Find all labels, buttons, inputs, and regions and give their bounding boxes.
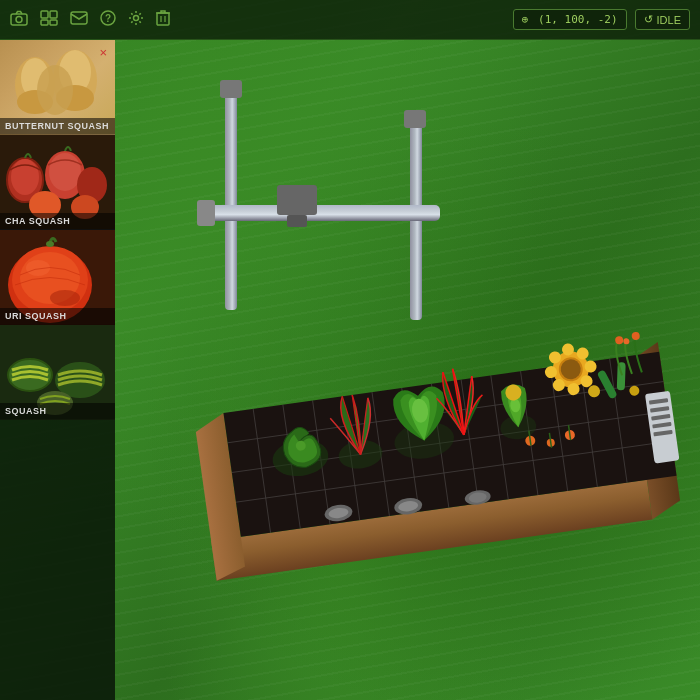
svg-rect-3 bbox=[50, 11, 57, 18]
svg-rect-4 bbox=[41, 20, 48, 25]
svg-rect-2 bbox=[41, 11, 48, 18]
svg-point-9 bbox=[134, 15, 139, 20]
sidebar-close-button[interactable]: × bbox=[99, 45, 107, 60]
svg-text:?: ? bbox=[105, 13, 111, 24]
kuri-squash-label: URI SQUASH bbox=[0, 308, 115, 324]
svg-point-23 bbox=[49, 153, 81, 191]
refresh-icon: ↺ bbox=[644, 13, 653, 26]
toolbar-left: ? bbox=[10, 10, 170, 30]
camera-icon[interactable] bbox=[10, 10, 28, 30]
plant-card-butternut-squash[interactable]: BUTTERNUT SQUASH bbox=[0, 40, 115, 135]
trash-icon[interactable] bbox=[156, 10, 170, 30]
svg-point-1 bbox=[16, 16, 22, 22]
kabocha-squash-label: CHA SQUASH bbox=[0, 213, 115, 229]
plant-card-kabocha-squash[interactable]: CHA SQUASH bbox=[0, 135, 115, 230]
toolbar-right: ⊕ (1, 100, -2) ↺ IDLE bbox=[513, 9, 690, 30]
delicata-squash-label: SQUASH bbox=[0, 403, 115, 419]
butternut-squash-label: BUTTERNUT SQUASH bbox=[0, 118, 115, 134]
svg-point-17 bbox=[37, 65, 73, 115]
svg-rect-0 bbox=[11, 14, 27, 25]
help-icon[interactable]: ? bbox=[100, 10, 116, 30]
garden-bed bbox=[191, 328, 688, 580]
status-text: IDLE bbox=[657, 14, 681, 26]
svg-point-32 bbox=[50, 290, 80, 306]
status-badge: ↺ IDLE bbox=[635, 9, 690, 30]
robot-left-support bbox=[225, 90, 237, 310]
svg-point-33 bbox=[46, 241, 54, 247]
layout-icon[interactable] bbox=[40, 10, 58, 30]
sidebar: × BUTTERNUT SQUASH bbox=[0, 40, 115, 700]
svg-rect-10 bbox=[157, 13, 169, 25]
svg-rect-6 bbox=[71, 12, 87, 24]
robot-tool-nozzle bbox=[287, 215, 307, 227]
plant-card-kuri-squash[interactable]: URI SQUASH bbox=[0, 230, 115, 325]
svg-point-89 bbox=[631, 331, 640, 340]
svg-rect-86 bbox=[617, 362, 626, 390]
plant-card-delicata-squash[interactable]: SQUASH bbox=[0, 325, 115, 420]
svg-rect-5 bbox=[50, 20, 57, 25]
robot-top-connector-right bbox=[404, 110, 426, 128]
coordinates-text: (1, 100, -2) bbox=[538, 13, 617, 26]
settings-icon[interactable] bbox=[128, 10, 144, 30]
robot-top-connector-left bbox=[220, 80, 242, 98]
robot-end-cap-left bbox=[197, 200, 215, 226]
svg-point-88 bbox=[623, 338, 630, 345]
scene-area bbox=[115, 40, 700, 700]
coordinates-badge: ⊕ (1, 100, -2) bbox=[513, 9, 627, 30]
robot-horizontal-arm bbox=[200, 205, 440, 221]
robot-tool-head bbox=[277, 185, 317, 215]
mail-icon[interactable] bbox=[70, 11, 88, 29]
toolbar: ? ⊕ (1, 100, -2) ↺ IDLE bbox=[0, 0, 700, 40]
garden-scene-svg bbox=[115, 40, 700, 700]
